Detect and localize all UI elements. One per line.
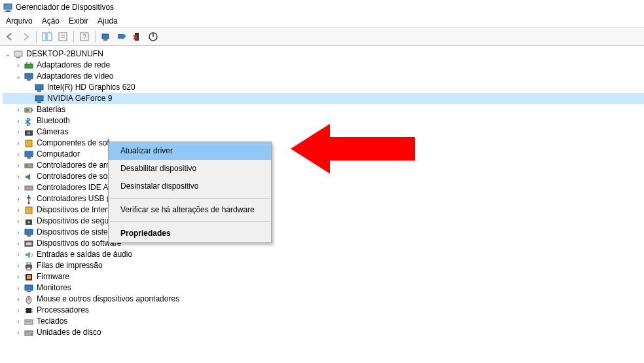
disable-button[interactable] — [146, 29, 160, 44]
ctx-properties[interactable]: Propriedades — [109, 225, 271, 242]
expander-closed-icon[interactable]: › — [13, 282, 24, 294]
tree-device-nvidia[interactable]: NVIDIA GeForce 9 — [3, 93, 644, 104]
expander-closed-icon[interactable]: › — [13, 238, 24, 249]
expander-closed-icon[interactable]: › — [13, 126, 24, 138]
tree-category-audio-io[interactable]: › Entradas e saídas de áudio — [3, 249, 644, 260]
back-button[interactable] — [3, 29, 17, 44]
expander-closed-icon[interactable]: › — [13, 260, 24, 271]
expander-closed-icon[interactable]: › — [13, 60, 24, 71]
svg-rect-4 — [47, 33, 52, 41]
device-tree[interactable]: ⌄ DESKTOP-2BUNUFN › Adaptadores de rede … — [0, 46, 644, 341]
expander-closed-icon[interactable]: › — [13, 104, 24, 115]
node-label: DESKTOP-2BUNUFN — [26, 48, 103, 60]
node-label: Bluetooth — [37, 115, 70, 126]
audio-io-icon — [24, 250, 34, 260]
expander-closed-icon[interactable]: › — [13, 182, 24, 193]
svg-marker-63 — [291, 124, 415, 174]
hid-icon — [24, 205, 34, 216]
tree-category-keyboards[interactable]: › Teclados — [3, 316, 644, 327]
show-hide-tree-button[interactable] — [40, 29, 54, 44]
monitor-icon — [24, 283, 34, 294]
tree-category-disks[interactable]: › Unidades de disco — [3, 327, 644, 338]
forward-button[interactable] — [18, 29, 33, 44]
svg-rect-16 — [16, 57, 20, 58]
svg-rect-36 — [25, 186, 33, 190]
tree-category-video[interactable]: ⌄ Adaptadores de vídeo — [3, 71, 644, 82]
expander-closed-icon[interactable]: › — [13, 271, 24, 282]
node-label: Filas de impressão — [37, 260, 103, 271]
security-device-icon — [24, 216, 34, 227]
svg-rect-54 — [26, 308, 31, 313]
tree-category-system[interactable]: › Dispositivos de sistema — [3, 227, 644, 238]
title-bar: Gerenciador de Dispositivos — [0, 0, 644, 14]
svg-point-35 — [26, 165, 27, 166]
tree-category-processors[interactable]: › Processadores — [3, 305, 644, 316]
properties-button[interactable] — [56, 29, 70, 44]
window-title: Gerenciador de Dispositivos — [16, 3, 114, 12]
uninstall-button[interactable] — [130, 29, 145, 44]
sw-device-icon — [24, 239, 34, 249]
svg-text:?: ? — [82, 33, 86, 41]
node-label: Firmware — [37, 271, 69, 282]
svg-rect-41 — [25, 229, 33, 235]
expander-open-icon[interactable]: ⌄ — [13, 71, 24, 82]
ctx-scan-hardware[interactable]: Verificar se há alterações de hardware — [109, 201, 271, 219]
tree-category-batteries[interactable]: › Baterias — [3, 104, 644, 115]
system-device-icon — [24, 227, 34, 238]
tree-category-ide[interactable]: › Controladores IDE ATA/ATAPI — [3, 182, 644, 193]
menu-view[interactable]: Exibir — [64, 15, 93, 27]
display-adapter-icon — [24, 71, 34, 82]
expander-closed-icon[interactable]: › — [13, 193, 24, 204]
ctx-uninstall-device[interactable]: Desinstalar dispositivo — [109, 178, 271, 195]
tree-category-monitors[interactable]: › Monitores — [3, 282, 644, 294]
expander-closed-icon[interactable]: › — [13, 227, 24, 238]
tree-device-intel-hd[interactable]: Intel(R) HD Graphics 620 — [3, 82, 644, 93]
svg-rect-21 — [27, 79, 31, 81]
tree-category-hid[interactable]: › Dispositivos de Interface Humana — [3, 204, 644, 216]
expander-closed-icon[interactable]: › — [13, 316, 24, 327]
expander-closed-icon[interactable]: › — [13, 249, 24, 260]
expander-open-icon[interactable]: ⌄ — [3, 48, 13, 60]
expander-closed-icon[interactable]: › — [13, 294, 24, 305]
menu-help[interactable]: Ajuda — [93, 15, 122, 27]
expander-closed-icon[interactable]: › — [13, 160, 24, 171]
help-button[interactable]: ? — [77, 29, 92, 44]
menu-file[interactable]: Arquivo — [1, 15, 37, 27]
expander-closed-icon[interactable]: › — [13, 115, 24, 126]
node-label: Intel(R) HD Graphics 620 — [47, 82, 135, 93]
tree-category-network[interactable]: › Adaptadores de rede — [3, 60, 644, 71]
scan-hardware-button[interactable] — [99, 29, 113, 44]
sound-icon — [24, 172, 34, 182]
tree-category-security[interactable]: › Dispositivos de segurança — [3, 216, 644, 227]
expander-closed-icon[interactable]: › — [13, 171, 24, 182]
svg-rect-5 — [59, 33, 67, 41]
expander-closed-icon[interactable]: › — [13, 216, 24, 227]
node-label: Computador — [37, 149, 80, 160]
svg-rect-2 — [5, 11, 11, 12]
update-driver-button[interactable] — [115, 29, 129, 44]
tree-category-mouse[interactable]: › Mouse e outros dispositivos apontadore… — [3, 294, 644, 305]
svg-rect-17 — [25, 64, 33, 68]
ctx-update-driver[interactable]: Atualizar driver — [109, 142, 271, 160]
tree-root[interactable]: ⌄ DESKTOP-2BUNUFN — [3, 48, 644, 60]
expander-closed-icon[interactable]: › — [13, 305, 24, 316]
tree-category-sw-devices[interactable]: › Dispositivos do software — [3, 238, 644, 249]
node-label: Controladores de arm — [37, 160, 113, 171]
expander-closed-icon[interactable]: › — [13, 327, 24, 338]
tree-category-print-queues[interactable]: › Filas de impressão — [3, 260, 644, 271]
expander-closed-icon[interactable]: › — [13, 204, 24, 216]
expander-closed-icon[interactable]: › — [13, 149, 24, 160]
svg-rect-34 — [25, 164, 33, 168]
node-label: Dispositivos de sistema — [37, 227, 118, 238]
svg-rect-12 — [118, 34, 124, 39]
ctx-disable-device[interactable]: Desabilitar dispositivo — [109, 160, 271, 178]
tree-category-firmware[interactable]: › Firmware — [3, 271, 644, 282]
svg-rect-25 — [37, 102, 41, 103]
node-label: Mouse e outros dispositivos apontadores — [37, 294, 179, 305]
menu-action[interactable]: Ação — [37, 15, 64, 27]
node-label: Entradas e saídas de áudio — [37, 249, 132, 260]
svg-rect-3 — [43, 33, 46, 41]
expander-closed-icon[interactable]: › — [13, 138, 24, 149]
tree-category-usb[interactable]: › Controladores USB (barramento serial u… — [3, 193, 644, 204]
svg-rect-32 — [25, 151, 33, 157]
